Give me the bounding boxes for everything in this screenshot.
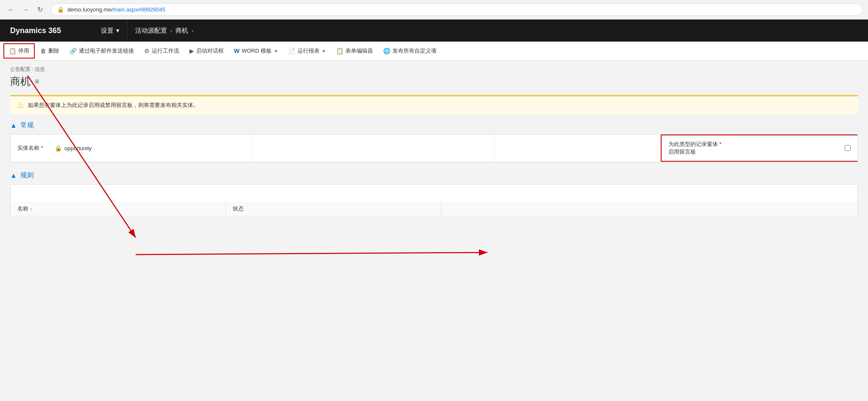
page-title-row: 商机 ≡ bbox=[10, 75, 858, 88]
entity-name-required: * bbox=[41, 145, 43, 151]
publish-all-button[interactable]: 🌐 发布所有自定义项 bbox=[378, 44, 441, 58]
breadcrumb-activity[interactable]: 活动源配置 bbox=[135, 27, 167, 35]
entity-name-value: 🔒 opportunity bbox=[55, 145, 92, 151]
word-template-dropdown-icon: ▼ bbox=[274, 49, 278, 53]
general-section-header[interactable]: ▲ 常规 bbox=[10, 121, 858, 130]
run-report-dropdown-icon: ▼ bbox=[322, 49, 326, 53]
entity-name-cell: 实体名称 * 🔒 opportunity bbox=[11, 135, 253, 162]
rules-table: 名称 ↑ 状态 bbox=[10, 184, 858, 218]
address-bar[interactable]: 🔒 demo.luoyong.me/main.aspx#98926045 bbox=[51, 3, 863, 16]
entity-name-lock-icon: 🔒 bbox=[55, 145, 62, 151]
sort-asc-icon: ↑ bbox=[30, 206, 33, 211]
general-form-card: 实体名称 * 🔒 opportunity 为此类型的记录窗体 bbox=[10, 134, 858, 163]
rules-col-name: 名称 ↑ bbox=[11, 202, 226, 216]
rules-section-header[interactable]: ▲ 规则 bbox=[10, 171, 858, 180]
wall-required: * bbox=[719, 141, 721, 147]
word-template-button[interactable]: W WORD 模板 ▼ bbox=[229, 44, 283, 58]
rules-table-header: 名称 ↑ 状态 bbox=[11, 202, 857, 216]
breadcrumb-sep-2: › bbox=[192, 28, 193, 34]
forward-button[interactable]: → bbox=[19, 4, 31, 16]
toolbar: 📋 停用 🗑 删除 🔗 通过电子邮件发送链接 ⚙ 运行工作流 ▶ 启动对话框 W… bbox=[0, 42, 868, 61]
settings-dropdown-icon: ▾ bbox=[116, 27, 120, 34]
app-logo: Dynamics 365 bbox=[0, 20, 93, 42]
run-workflow-icon: ⚙ bbox=[144, 48, 150, 54]
warning-text: 如果您在窗体上为此记录启用或禁用留言板，则将需要发布相关实体。 bbox=[28, 101, 199, 109]
word-template-icon: W bbox=[234, 48, 239, 54]
run-report-button[interactable]: 📄 运行报表 ▼ bbox=[284, 44, 331, 58]
wall-checkbox[interactable] bbox=[845, 145, 851, 151]
run-workflow-button[interactable]: ⚙ 运行工作流 bbox=[139, 44, 184, 58]
page-title: 商机 bbox=[10, 75, 31, 88]
title-menu-icon[interactable]: ≡ bbox=[35, 77, 39, 86]
entity-name-label: 实体名称 * bbox=[17, 144, 51, 152]
page-breadcrumb: 公告配置 : 信息 bbox=[10, 66, 858, 73]
publish-all-icon: 🌐 bbox=[383, 48, 390, 54]
settings-nav-item[interactable]: 设置 ▾ bbox=[93, 20, 128, 42]
browser-nav: ← → ↻ bbox=[5, 4, 46, 16]
header-nav: 设置 ▾ 活动源配置 › 商机 › bbox=[93, 20, 201, 42]
delete-button[interactable]: 🗑 删除 bbox=[36, 44, 64, 58]
breadcrumb-sep-1: › bbox=[170, 28, 172, 34]
form-editor-button[interactable]: 📋 表单编辑器 bbox=[331, 44, 378, 58]
wall-label: 为此类型的记录窗体 * 启用留言板 bbox=[668, 140, 722, 156]
wall-checkbox-cell: 为此类型的记录窗体 * 启用留言板 bbox=[661, 135, 857, 162]
deactivate-btn-wrapper: 📋 停用 bbox=[3, 43, 35, 59]
breadcrumb-opportunity[interactable]: 商机 bbox=[175, 27, 188, 35]
delete-icon: 🗑 bbox=[40, 48, 46, 54]
empty-cell-2 bbox=[495, 135, 661, 162]
lock-icon: 🔒 bbox=[57, 6, 64, 13]
address-text: demo.luoyong.me/main.aspx#98926045 bbox=[67, 6, 165, 13]
rules-col-status: 状态 bbox=[226, 202, 441, 216]
app-header: Dynamics 365 设置 ▾ 活动源配置 › 商机 › bbox=[0, 20, 868, 42]
page-content: 公告配置 : 信息 商机 ≡ ⚠ 如果您在窗体上为此记录启用或禁用留言板，则将需… bbox=[0, 61, 868, 401]
rules-col-empty bbox=[441, 202, 857, 216]
refresh-button[interactable]: ↻ bbox=[34, 4, 46, 16]
back-button[interactable]: ← bbox=[5, 4, 17, 16]
form-editor-icon: 📋 bbox=[336, 48, 343, 54]
start-dialog-icon: ▶ bbox=[189, 48, 194, 54]
deactivate-icon: 📋 bbox=[9, 48, 16, 54]
header-breadcrumb: 活动源配置 › 商机 › bbox=[128, 27, 201, 35]
general-section-label: 常规 bbox=[20, 121, 34, 130]
rules-section-label: 规则 bbox=[20, 171, 34, 180]
deactivate-button[interactable]: 📋 停用 bbox=[4, 44, 34, 58]
send-link-button[interactable]: 🔗 通过电子邮件发送链接 bbox=[65, 44, 139, 58]
wall-checkbox-field: 为此类型的记录窗体 * 启用留言板 bbox=[668, 140, 722, 156]
empty-cell-1 bbox=[253, 135, 495, 162]
entity-name-row: 实体名称 * 🔒 opportunity 为此类型的记录窗体 bbox=[11, 135, 857, 162]
warning-icon: ⚠ bbox=[17, 101, 24, 110]
run-report-icon: 📄 bbox=[288, 48, 295, 54]
send-link-icon: 🔗 bbox=[70, 48, 77, 54]
general-section-toggle: ▲ bbox=[10, 122, 17, 129]
browser-chrome: ← → ↻ 🔒 demo.luoyong.me/main.aspx#989260… bbox=[0, 0, 868, 20]
rules-section-toggle: ▲ bbox=[10, 172, 17, 179]
warning-banner: ⚠ 如果您在窗体上为此记录启用或禁用留言板，则将需要发布相关实体。 bbox=[10, 95, 858, 114]
start-dialog-button[interactable]: ▶ 启动对话框 bbox=[185, 44, 228, 58]
